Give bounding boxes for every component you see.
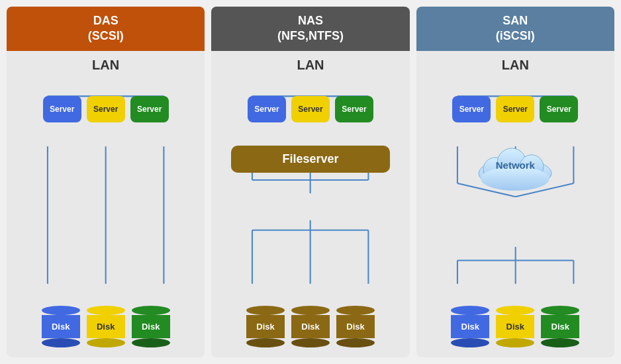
das-disk-green: Disk <box>132 306 170 347</box>
san-lan-label: LAN <box>502 58 529 73</box>
nas-fileserver: Fileserver <box>231 146 389 173</box>
das-title-line2: (SCSI) <box>10 28 201 44</box>
san-server-yellow: Server <box>496 96 534 122</box>
das-server-row: Server Server Server <box>43 96 169 122</box>
nas-title-line1: NAS <box>215 13 406 28</box>
nas-disk-1-body: Disk <box>246 315 285 338</box>
san-server-green: Server <box>540 96 578 122</box>
das-disk-blue-bottom <box>42 338 80 347</box>
san-disk-green-bottom <box>541 338 579 347</box>
nas-disk-2: Disk <box>291 306 330 347</box>
nas-server-yellow: Server <box>291 96 330 122</box>
nas-server-green: Server <box>335 96 373 122</box>
san-disk-yellow-top <box>496 306 534 315</box>
nas-column: NAS (NFS,NTFS) LAN Server S <box>211 7 409 357</box>
san-server-row: Server Server Server <box>452 96 578 122</box>
nas-header: NAS (NFS,NTFS) <box>211 7 409 51</box>
das-disk-blue-body: Disk <box>42 315 80 338</box>
san-disk-blue-top <box>451 306 489 315</box>
das-header: DAS (SCSI) <box>7 7 205 51</box>
nas-server-blue: Server <box>248 96 286 122</box>
nas-server-row: Server Server Server <box>248 96 373 122</box>
san-header: SAN (iSCSI) <box>416 7 614 51</box>
das-disk-green-top <box>132 306 170 315</box>
nas-disk-2-bottom <box>291 338 330 347</box>
nas-disk-3: Disk <box>336 306 375 347</box>
san-cloud: Network <box>472 139 558 192</box>
san-disk-green-top <box>541 306 579 315</box>
das-server-blue: Server <box>43 96 81 122</box>
das-disk-yellow-body: Disk <box>87 315 125 338</box>
san-diagram: Server Server Server <box>416 76 614 357</box>
nas-lan-label: LAN <box>297 58 324 73</box>
san-column: SAN (iSCSI) LAN Server Server Serve <box>416 7 614 357</box>
das-diagram: Server Server Server Disk Disk Disk <box>7 76 205 357</box>
nas-title-line2: (NFS,NTFS) <box>215 28 406 44</box>
nas-disk-1-bottom <box>246 338 285 347</box>
das-server-yellow: Server <box>87 96 125 122</box>
nas-disk-3-top <box>336 306 375 315</box>
nas-disk-2-top <box>291 306 330 315</box>
san-disk-blue: Disk <box>451 306 489 347</box>
san-disk-blue-body: Disk <box>451 315 489 338</box>
nas-disk-row: Disk Disk Disk <box>246 306 375 347</box>
san-disk-yellow: Disk <box>496 306 534 347</box>
san-disk-blue-bottom <box>451 338 489 347</box>
das-disk-yellow-top <box>87 306 125 315</box>
das-title-line1: DAS <box>10 13 201 28</box>
san-disk-yellow-bottom <box>496 338 534 347</box>
das-disk-yellow: Disk <box>87 306 125 347</box>
nas-disk-3-bottom <box>336 338 375 347</box>
das-disk-yellow-bottom <box>87 338 125 347</box>
nas-disk-1-top <box>246 306 285 315</box>
nas-diagram: Server Server Server Fileserver Disk Dis… <box>211 76 409 357</box>
das-disk-row: Disk Disk Disk <box>42 306 170 347</box>
san-disk-yellow-body: Disk <box>496 315 534 338</box>
das-disk-blue: Disk <box>42 306 80 347</box>
nas-disk-1: Disk <box>246 306 285 347</box>
cloud-network-label: Network <box>496 159 535 171</box>
nas-disk-2-body: Disk <box>291 315 330 338</box>
san-title-line2: (iSCSI) <box>420 28 611 44</box>
san-disk-green-body: Disk <box>541 315 579 338</box>
san-title-line1: SAN <box>420 13 611 28</box>
nas-disk-3-body: Disk <box>336 315 375 338</box>
das-disk-green-body: Disk <box>132 315 170 338</box>
das-lan-label: LAN <box>92 58 119 73</box>
san-server-blue: Server <box>452 96 491 122</box>
das-server-green: Server <box>130 96 169 122</box>
san-disk-green: Disk <box>541 306 579 347</box>
das-disk-green-bottom <box>132 338 170 347</box>
das-disk-blue-top <box>42 306 80 315</box>
san-disk-row: Disk Disk Disk <box>451 306 579 347</box>
das-column: DAS (SCSI) LAN Server Server Server <box>7 7 205 357</box>
